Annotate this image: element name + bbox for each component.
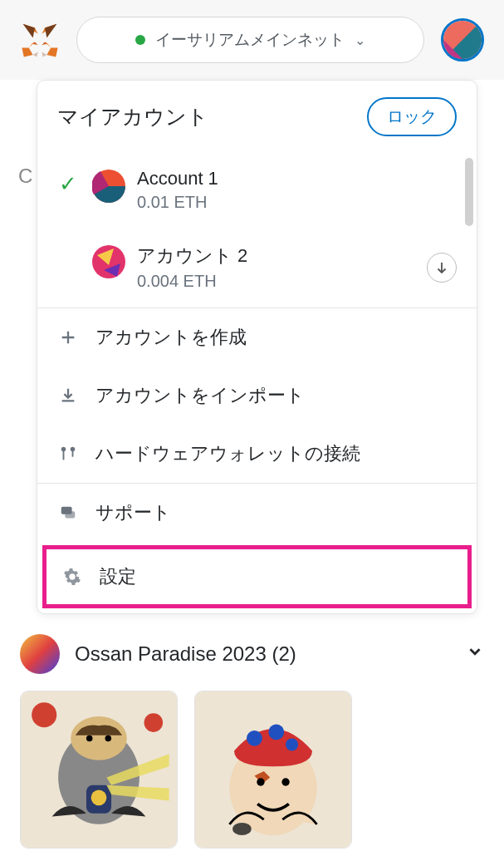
account-avatar[interactable] <box>441 18 484 61</box>
hardware-icon <box>57 443 79 465</box>
svg-marker-2 <box>46 48 57 57</box>
account-name: アカウント 2 <box>137 243 415 268</box>
svg-marker-11 <box>45 42 51 47</box>
support-item[interactable]: サポート <box>37 484 477 542</box>
collection-header[interactable]: Ossan Paradise 2023 (2) <box>20 634 484 674</box>
connect-hardware-item[interactable]: ハードウェアウォレットの接続 <box>37 425 477 483</box>
svg-point-40 <box>281 778 289 785</box>
nft-collection: Ossan Paradise 2023 (2) <box>0 614 504 851</box>
account-avatar-icon <box>92 170 125 203</box>
scrollbar[interactable] <box>465 158 473 226</box>
account-name: Account 1 <box>137 168 457 189</box>
menu-label: 設定 <box>100 564 136 589</box>
nft-item[interactable] <box>20 691 178 849</box>
create-account-item[interactable]: アカウントを作成 <box>37 308 477 366</box>
svg-point-27 <box>144 713 164 732</box>
svg-point-36 <box>247 730 262 746</box>
svg-rect-21 <box>63 450 65 460</box>
dropdown-header: マイアカウント ロック <box>37 81 477 153</box>
network-selector[interactable]: イーサリアムメインネット ⌄ <box>76 17 424 63</box>
account-item[interactable]: ✓ アカウント 2 0.004 ETH <box>37 229 477 307</box>
chevron-down-icon: ⌄ <box>355 32 365 48</box>
svg-point-39 <box>257 778 264 785</box>
metamask-logo <box>20 20 60 60</box>
menu-label: アカウントを作成 <box>95 325 247 350</box>
svg-point-37 <box>268 724 284 740</box>
svg-point-31 <box>105 735 112 742</box>
gear-icon <box>61 566 83 588</box>
network-name: イーサリアムメインネット <box>155 29 345 51</box>
app-header: イーサリアムメインネット ⌄ <box>0 0 504 80</box>
account-info: アカウント 2 0.004 ETH <box>137 243 415 291</box>
plus-icon <box>57 327 79 348</box>
svg-marker-10 <box>29 42 35 47</box>
svg-point-38 <box>286 738 298 750</box>
account-balance: 0.01 ETH <box>137 193 457 212</box>
background-text: C <box>18 165 32 188</box>
chat-icon <box>57 502 79 524</box>
check-icon: ✓ <box>59 168 81 197</box>
svg-point-30 <box>86 735 93 742</box>
svg-marker-4 <box>33 52 38 57</box>
nft-item[interactable] <box>194 691 352 849</box>
nft-grid <box>20 674 484 851</box>
network-status-dot <box>135 35 145 45</box>
account-dropdown: マイアカウント ロック ✓ Account 1 0.01 ETH ✓ アカウント… <box>37 80 477 614</box>
menu-label: サポート <box>95 500 171 525</box>
svg-point-33 <box>91 790 107 805</box>
svg-marker-9 <box>45 24 56 38</box>
dropdown-title: マイアカウント <box>57 103 208 130</box>
account-list: ✓ Account 1 0.01 ETH ✓ アカウント 2 0.004 ETH <box>37 153 477 307</box>
svg-marker-5 <box>42 52 46 57</box>
svg-marker-8 <box>23 24 35 38</box>
account-item[interactable]: ✓ Account 1 0.01 ETH <box>37 153 477 229</box>
svg-point-26 <box>32 702 56 727</box>
settings-item[interactable]: 設定 <box>46 549 467 604</box>
account-avatar-icon <box>92 245 125 278</box>
menu-label: アカウントをインポート <box>95 383 305 408</box>
scroll-down-button[interactable] <box>427 253 457 283</box>
chevron-down-icon <box>466 642 484 666</box>
collection-thumbnail <box>20 634 60 674</box>
account-balance: 0.004 ETH <box>137 272 415 291</box>
lock-button[interactable]: ロック <box>367 97 457 136</box>
settings-highlight: 設定 <box>42 545 472 608</box>
svg-point-29 <box>71 716 127 760</box>
download-icon <box>57 385 79 406</box>
collection-name: Ossan Paradise 2023 (2) <box>75 642 451 666</box>
account-info: Account 1 0.01 ETH <box>137 168 457 212</box>
menu-label: ハードウェアウォレットの接続 <box>95 441 360 466</box>
svg-point-41 <box>232 823 252 835</box>
svg-rect-24 <box>65 511 75 518</box>
import-account-item[interactable]: アカウントをインポート <box>37 366 477 425</box>
svg-rect-22 <box>72 450 74 456</box>
svg-marker-3 <box>22 48 32 57</box>
